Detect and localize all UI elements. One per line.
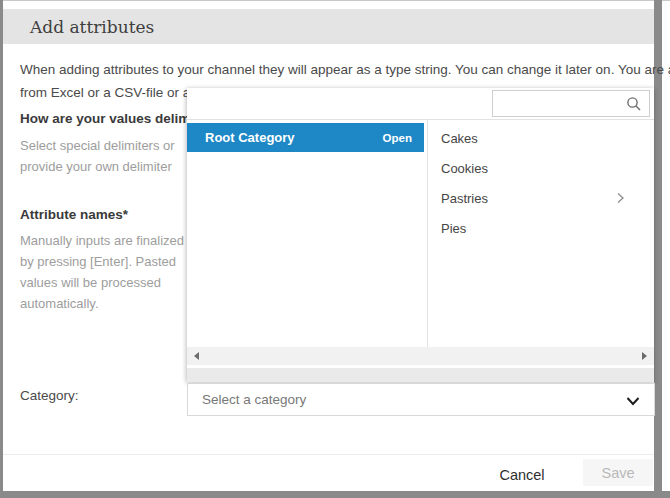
list-item-label: Cakes xyxy=(441,131,478,146)
list-item-label: Pastries xyxy=(441,191,488,206)
tree-item-root-category[interactable]: Root Category Open xyxy=(187,123,424,152)
window-frame-bottom xyxy=(0,491,670,498)
category-select-placeholder: Select a category xyxy=(202,392,306,407)
list-item-label: Cookies xyxy=(441,161,488,176)
list-item-cookies[interactable]: Cookies xyxy=(428,153,654,183)
delimiter-field-hint: Select special delimiters or provide you… xyxy=(20,135,188,177)
attribute-names-field-label: Attribute names* xyxy=(20,207,128,222)
footer-divider xyxy=(3,454,654,455)
list-item-pies[interactable]: Pies xyxy=(428,213,654,243)
tree-item-label: Root Category xyxy=(205,130,295,145)
popup-footer-strip xyxy=(187,368,654,382)
list-item-cakes[interactable]: Cakes xyxy=(428,123,654,153)
chevron-right-icon xyxy=(614,192,626,204)
window-frame-top xyxy=(0,0,670,1)
save-button[interactable]: Save xyxy=(583,459,653,486)
category-tree: Root Category Open Cakes Cookies Pastrie… xyxy=(187,120,654,347)
category-search-input[interactable] xyxy=(492,90,650,117)
cancel-button[interactable]: Cancel xyxy=(483,461,561,488)
category-field-label: Category: xyxy=(20,388,79,403)
dialog-header: Add attributes xyxy=(3,9,654,44)
add-attributes-dialog: Add attributes When adding attributes to… xyxy=(0,0,670,498)
scroll-right-arrow-icon[interactable] xyxy=(642,352,647,360)
window-frame-left xyxy=(0,0,3,498)
subcategory-list: Cakes Cookies Pastries Pies xyxy=(428,123,654,243)
dialog-title: Add attributes xyxy=(30,17,154,37)
tree-item-open-action[interactable]: Open xyxy=(383,132,412,144)
attribute-names-field-hint: Manually inputs are finalized by pressin… xyxy=(20,230,192,314)
chevron-down-icon xyxy=(625,393,641,409)
horizontal-scrollbar[interactable] xyxy=(187,347,654,365)
list-item-label: Pies xyxy=(441,221,466,236)
list-item-pastries[interactable]: Pastries xyxy=(428,183,654,213)
category-picker-popup: Root Category Open Cakes Cookies Pastrie… xyxy=(187,88,654,382)
category-select[interactable]: Select a category xyxy=(187,383,655,416)
scroll-left-arrow-icon[interactable] xyxy=(194,352,199,360)
description-line-1: When adding attributes to your channel t… xyxy=(20,58,652,81)
